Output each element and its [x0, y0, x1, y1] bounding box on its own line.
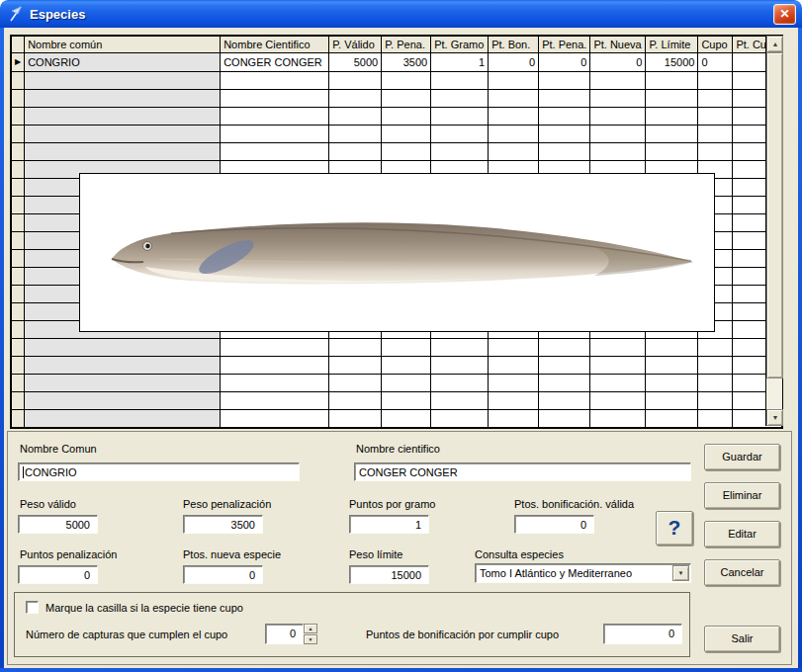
- cell-pt-pena[interactable]: 0: [539, 53, 590, 72]
- eliminar-button[interactable]: Eliminar: [704, 482, 780, 509]
- cell-p-pena[interactable]: 3500: [382, 53, 431, 72]
- capturas-cupo-spin-buttons: ▲ ▼: [304, 624, 317, 644]
- puntos-por-gramo-field[interactable]: 1: [349, 515, 429, 534]
- nombre-cientifico-label: Nombre cientifico: [356, 443, 440, 455]
- table-row-empty: [12, 375, 782, 392]
- ptos-bonificacion-valida-label: Ptos. bonificación. válida: [514, 498, 634, 510]
- table-row-empty: [12, 108, 782, 126]
- nombre-cientifico-field[interactable]: CONGER CONGER: [354, 462, 691, 481]
- cell-p-valido[interactable]: 5000: [329, 53, 382, 72]
- col-pt-gramo[interactable]: Pt. Gramo: [431, 37, 489, 53]
- especies-window: Especies ✕ Nombre común Nombre Cientific…: [0, 0, 802, 672]
- col-pt-nueva[interactable]: Pt. Nueva: [590, 37, 646, 53]
- table-row-congrio[interactable]: ▶ CONGRIO CONGER CONGER 5000 3500 1 0 0 …: [12, 53, 782, 72]
- cell-nombre-comun[interactable]: CONGRIO: [25, 53, 221, 72]
- table-row-empty: [12, 339, 782, 357]
- capturas-cupo-label: Número de capturas que cumplen el cupo: [26, 629, 227, 640]
- peso-valido-field[interactable]: 5000: [18, 515, 98, 534]
- table-row-empty: [12, 392, 782, 410]
- scrollbar-thumb[interactable]: [766, 52, 783, 378]
- titlebar[interactable]: Especies ✕: [0, 0, 802, 28]
- client-area: Nombre común Nombre Cientifico P. Válido…: [4, 28, 798, 668]
- cell-pt-bon[interactable]: 0: [489, 53, 539, 72]
- spin-up-icon[interactable]: ▲: [304, 624, 317, 633]
- nombre-comun-label: Nombre Comun: [20, 443, 97, 455]
- table-row-empty: [12, 357, 782, 375]
- peso-limite-label: Peso límite: [349, 548, 402, 560]
- col-cupo[interactable]: Cupo: [698, 37, 733, 53]
- cupo-groupbox: Marque la casilla si la especie tiene cu…: [14, 592, 690, 657]
- capturas-cupo-stepper[interactable]: 0: [265, 624, 304, 644]
- window-title: Especies: [30, 7, 85, 22]
- col-nombre-cientifico[interactable]: Nombre Cientifico: [221, 37, 329, 53]
- table-row-empty: [12, 90, 782, 108]
- col-p-valido[interactable]: P. Válido: [329, 37, 382, 53]
- puntos-penalizacion-field[interactable]: 0: [18, 565, 98, 584]
- table-row-empty: [12, 126, 782, 143]
- window-frame-bottom: [0, 668, 802, 672]
- cancelar-button[interactable]: Cancelar: [704, 559, 780, 586]
- peso-valido-label: Peso válido: [20, 498, 76, 510]
- nombre-comun-field[interactable]: CONGRIO: [18, 462, 300, 481]
- col-p-limite[interactable]: P. Límite: [646, 37, 698, 53]
- puntos-cupo-field[interactable]: 0: [603, 624, 682, 644]
- grid-vertical-scrollbar: ▲ ▼: [765, 36, 782, 426]
- peso-limite-field[interactable]: 15000: [349, 565, 429, 584]
- cell-nombre-cientifico[interactable]: CONGER CONGER: [221, 53, 329, 72]
- cell-cupo[interactable]: 0: [698, 53, 733, 72]
- help-button[interactable]: ?: [656, 511, 693, 546]
- table-row-empty: [12, 72, 782, 90]
- conger-eel-image: [79, 173, 715, 332]
- puntos-por-gramo-label: Puntos por gramo: [349, 498, 435, 510]
- cell-pt-gramo[interactable]: 1: [431, 53, 489, 72]
- window-frame-right: [798, 28, 802, 672]
- table-row-empty: [12, 410, 782, 428]
- editar-button[interactable]: Editar: [704, 521, 780, 547]
- cupo-checkbox-label: Marque la casilla si la especie tiene cu…: [45, 602, 243, 614]
- salir-button[interactable]: Salir: [704, 626, 780, 652]
- col-nombre-comun[interactable]: Nombre común: [25, 37, 221, 53]
- puntos-penalizacion-label: Puntos penalización: [20, 548, 117, 560]
- grid-header-row: Nombre común Nombre Cientifico P. Válido…: [12, 37, 782, 53]
- ptos-nueva-especie-label: Ptos. nueva especie: [183, 548, 281, 560]
- scroll-up-icon[interactable]: ▲: [766, 36, 783, 52]
- ptos-nueva-especie-field[interactable]: 0: [183, 565, 263, 584]
- cell-pt-nueva[interactable]: 0: [590, 53, 646, 72]
- spin-down-icon[interactable]: ▼: [304, 634, 317, 644]
- conger-eel-drawing: [80, 174, 714, 331]
- chevron-down-icon[interactable]: ▼: [672, 565, 689, 581]
- peso-penalizacion-field[interactable]: 3500: [183, 515, 263, 534]
- peso-penalizacion-label: Peso penalización: [183, 498, 271, 510]
- col-pt-bon[interactable]: Pt. Bon.: [489, 37, 539, 53]
- consulta-especies-value: Tomo I Atlántico y Mediterraneo: [480, 567, 632, 579]
- col-pt-pena[interactable]: Pt. Pena.: [539, 37, 590, 53]
- cupo-checkbox[interactable]: [26, 601, 39, 614]
- col-p-pena[interactable]: P. Pena.: [382, 37, 431, 53]
- consulta-especies-label: Consulta especies: [475, 548, 564, 560]
- consulta-especies-dropdown[interactable]: Tomo I Atlántico y Mediterraneo ▼: [475, 563, 691, 583]
- guardar-button[interactable]: Guardar: [704, 444, 780, 470]
- text-cursor: [23, 466, 24, 478]
- puntos-cupo-label: Puntos de bonificación por cumplir cupo: [366, 629, 559, 640]
- table-row-empty: [12, 143, 782, 161]
- close-button[interactable]: ✕: [773, 4, 796, 25]
- row-selector-icon: ▶: [15, 57, 21, 66]
- ptos-bonificacion-valida-field[interactable]: 0: [514, 515, 594, 534]
- app-flag-icon[interactable]: [8, 5, 26, 23]
- row-selector-cell[interactable]: ▶: [12, 53, 25, 72]
- cell-p-limite[interactable]: 15000: [646, 53, 698, 72]
- scroll-down-icon[interactable]: ▼: [766, 409, 783, 426]
- grid-selector-header: [12, 37, 25, 53]
